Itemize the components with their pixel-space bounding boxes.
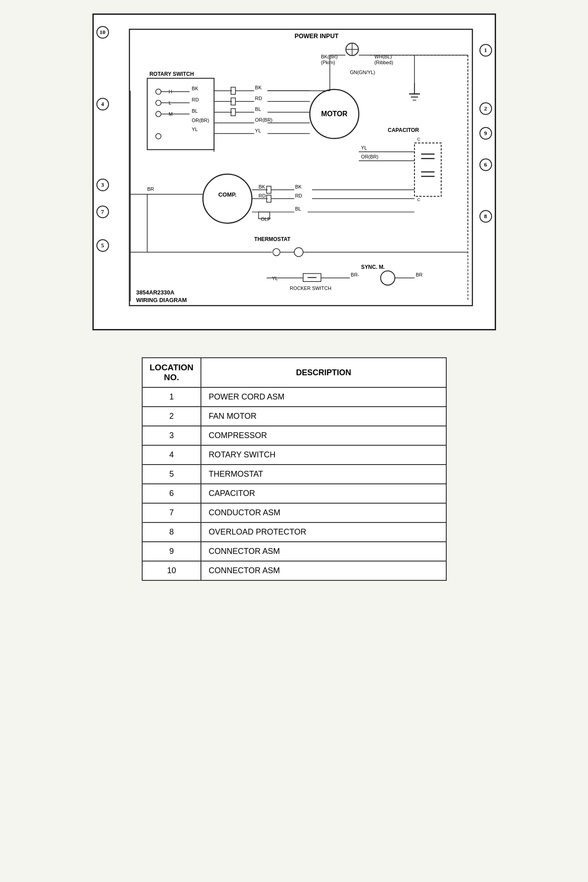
row-number: 9: [142, 542, 201, 561]
svg-text:YL: YL: [192, 127, 197, 132]
svg-rect-57: [414, 143, 441, 196]
svg-text:YL: YL: [272, 276, 278, 281]
row-description: COMPRESSOR: [201, 426, 446, 445]
table-row: 6 CAPACITOR: [142, 484, 446, 503]
row-number: 1: [142, 387, 201, 407]
svg-text:MOTOR: MOTOR: [321, 110, 347, 118]
svg-text:OR(BR): OR(BR): [255, 117, 272, 123]
location-10: 10: [96, 26, 109, 39]
svg-text:COMP.: COMP.: [218, 191, 236, 198]
location-4: 4: [96, 98, 109, 110]
table-row: 9 CONNECTOR ASM: [142, 542, 446, 561]
row-number: 6: [142, 484, 201, 503]
svg-point-16: [156, 111, 161, 117]
svg-text:ROTARY SWITCH: ROTARY SWITCH: [149, 71, 194, 78]
svg-text:3854AR2330A: 3854AR2330A: [136, 289, 174, 296]
svg-point-64: [203, 174, 252, 223]
row-number: 10: [142, 561, 201, 580]
svg-text:RD: RD: [192, 97, 199, 102]
svg-text:BK(BR): BK(BR): [321, 54, 337, 59]
row-number: 2: [142, 407, 201, 426]
svg-text:SYNC. M.: SYNC. M.: [361, 264, 384, 270]
row-description: ROTARY SWITCH: [201, 445, 446, 465]
header-description: DESCRIPTION: [201, 358, 446, 387]
location-3: 3: [96, 179, 109, 191]
svg-text:OR(BR): OR(BR): [192, 118, 209, 123]
svg-text:BL: BL: [255, 106, 261, 112]
svg-text:BR: BR: [147, 186, 154, 192]
svg-text:YL: YL: [361, 145, 366, 150]
table-row: 10 CONNECTOR ASM: [142, 561, 446, 580]
svg-text:WH(BL): WH(BL): [374, 54, 392, 59]
table-row: 3 COMPRESSOR: [142, 426, 446, 445]
svg-text:C: C: [417, 197, 420, 202]
svg-point-88: [294, 248, 303, 257]
parts-table-container: LOCATION NO. DESCRIPTION 1 POWER CORD AS…: [142, 357, 447, 581]
svg-point-15: [156, 100, 161, 105]
svg-text:C: C: [417, 136, 420, 141]
row-description: CONNECTOR ASM: [201, 542, 446, 561]
location-5: 5: [96, 239, 109, 252]
svg-text:BK: BK: [255, 85, 261, 90]
row-number: 8: [142, 522, 201, 542]
table-header-row: LOCATION NO. DESCRIPTION: [142, 358, 446, 387]
row-number: 3: [142, 426, 201, 445]
location-1: 1: [479, 44, 492, 57]
location-6: 6: [479, 158, 492, 171]
svg-text:BK: BK: [295, 184, 301, 189]
svg-text:WIRING DIAGRAM: WIRING DIAGRAM: [136, 297, 187, 303]
location-2: 2: [479, 102, 492, 115]
table-row: 1 POWER CORD ASM: [142, 387, 446, 407]
parts-table: LOCATION NO. DESCRIPTION 1 POWER CORD AS…: [142, 357, 447, 581]
row-number: 5: [142, 465, 201, 484]
svg-text:POWER INPUT: POWER INPUT: [294, 32, 339, 39]
svg-text:BR-: BR-: [351, 272, 359, 277]
svg-point-17: [156, 134, 161, 139]
row-description: POWER CORD ASM: [201, 387, 446, 407]
location-9: 9: [479, 127, 492, 140]
row-description: CONDUCTOR ASM: [201, 503, 446, 522]
table-row: 4 ROTARY SWITCH: [142, 445, 446, 465]
svg-text:BL: BL: [295, 206, 301, 211]
svg-text:YL: YL: [255, 128, 261, 133]
diagram-inner: POWER INPUT BK(BR) (Pkim) WH(BL) (Ribbed…: [103, 24, 486, 320]
row-number: 4: [142, 445, 201, 465]
header-location: LOCATION NO.: [142, 358, 201, 387]
row-description: CAPACITOR: [201, 484, 446, 503]
svg-text:ROCKER SWITCH: ROCKER SWITCH: [290, 285, 331, 291]
row-description: FAN MOTOR: [201, 407, 446, 426]
svg-text:BL: BL: [192, 108, 197, 114]
svg-text:(Pkim): (Pkim): [321, 60, 335, 65]
svg-text:GN(GN/YL): GN(GN/YL): [350, 70, 375, 75]
svg-text:(Ribbed): (Ribbed): [374, 60, 393, 65]
table-row: 7 CONDUCTOR ASM: [142, 503, 446, 522]
svg-text:RD: RD: [295, 193, 302, 198]
svg-point-86: [273, 249, 280, 256]
table-row: 8 OVERLOAD PROTECTOR: [142, 522, 446, 542]
svg-text:BR: BR: [416, 272, 422, 277]
svg-text:BK: BK: [192, 86, 198, 91]
svg-text:RD: RD: [258, 193, 266, 198]
table-row: 5 THERMOSTAT: [142, 465, 446, 484]
row-description: CONNECTOR ASM: [201, 561, 446, 580]
svg-text:RD: RD: [255, 96, 262, 101]
svg-text:OLP: OLP: [261, 216, 270, 222]
svg-text:BK: BK: [258, 184, 265, 189]
svg-text:CAPACITOR: CAPACITOR: [388, 127, 419, 133]
row-number: 7: [142, 503, 201, 522]
svg-text:OR(BR): OR(BR): [361, 154, 378, 159]
svg-point-14: [156, 89, 161, 94]
wiring-diagram: POWER INPUT BK(BR) (Pkim) WH(BL) (Ribbed…: [92, 13, 496, 330]
svg-point-99: [380, 271, 395, 285]
location-7: 7: [96, 206, 109, 218]
row-description: OVERLOAD PROTECTOR: [201, 522, 446, 542]
table-row: 2 FAN MOTOR: [142, 407, 446, 426]
location-8: 8: [479, 210, 492, 223]
svg-text:THERMOSTAT: THERMOSTAT: [254, 236, 291, 242]
diagram-svg: POWER INPUT BK(BR) (Pkim) WH(BL) (Ribbed…: [103, 24, 486, 320]
row-description: THERMOSTAT: [201, 465, 446, 484]
